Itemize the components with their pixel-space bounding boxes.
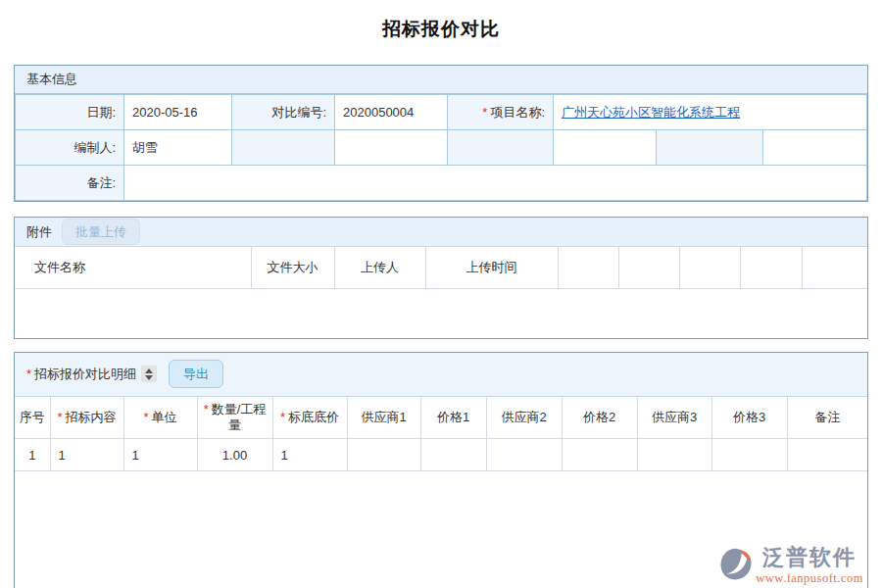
attachments-header-row: 文件名称 文件大小 上传人 上传时间 xyxy=(15,247,867,288)
page-title: 招标报价对比 xyxy=(0,0,882,42)
export-button[interactable]: 导出 xyxy=(169,360,223,388)
col-file-size: 文件大小 xyxy=(251,247,334,288)
empty-label-cell xyxy=(232,130,335,166)
attachments-empty-body xyxy=(15,289,867,338)
empty-value-cell xyxy=(335,130,448,166)
col-file-name: 文件名称 xyxy=(15,247,251,288)
cell-supplier2 xyxy=(486,439,562,471)
brand-name: 泛普软件 xyxy=(762,543,857,572)
attachments-section: 附件 批量上传 文件名称 文件大小 上传人 上传时间 xyxy=(14,217,868,339)
remark-value xyxy=(124,166,867,201)
col-empty xyxy=(740,247,802,288)
col-empty xyxy=(558,247,618,288)
basic-row-1: 日期: 2020-05-16 对比编号: 2020050004 *项目名称: 广… xyxy=(16,95,867,130)
cell-base-price: 1 xyxy=(272,439,347,471)
col-upload-time: 上传时间 xyxy=(425,247,558,288)
col-price1: 价格1 xyxy=(420,397,486,439)
empty-label-cell xyxy=(657,130,763,166)
col-supplier2: 供应商2 xyxy=(486,397,562,439)
sort-toggle-icon[interactable] xyxy=(141,366,157,382)
col-empty xyxy=(618,247,679,288)
col-price3: 价格3 xyxy=(711,397,787,439)
cell-supplier3 xyxy=(637,439,711,471)
col-supplier1: 供应商1 xyxy=(347,397,420,439)
basic-info-section: 基本信息 日期: 2020-05-16 对比编号: 2020050004 *项目… xyxy=(14,65,868,202)
cell-supplier1 xyxy=(347,439,420,471)
basic-info-table: 日期: 2020-05-16 对比编号: 2020050004 *项目名称: 广… xyxy=(15,94,867,201)
detail-section: * 招标报价对比明细 导出 序号 *招标内容 *单位 *数量/工程量 *标底底价… xyxy=(14,352,868,588)
col-base-price: *标底底价 xyxy=(272,397,347,439)
creator-label: 编制人: xyxy=(16,130,124,166)
detail-title: 招标报价对比明细 xyxy=(34,366,136,383)
detail-header: * 招标报价对比明细 导出 xyxy=(15,353,867,397)
creator-value: 胡雪 xyxy=(124,130,232,166)
sort-up-icon xyxy=(145,368,153,373)
col-empty xyxy=(802,247,867,288)
col-quantity: *数量/工程量 xyxy=(197,397,272,439)
empty-label-cell xyxy=(448,130,554,166)
col-uploader: 上传人 xyxy=(334,247,425,288)
compare-no-label: 对比编号: xyxy=(232,95,335,130)
cell-price1 xyxy=(420,439,486,471)
cell-quantity: 1.00 xyxy=(197,439,272,471)
empty-value-cell xyxy=(763,130,867,166)
batch-upload-button[interactable]: 批量上传 xyxy=(62,219,140,245)
date-label: 日期: xyxy=(16,95,124,130)
fanpu-logo-icon xyxy=(720,548,754,581)
cell-seq: 1 xyxy=(15,439,50,471)
attachments-header: 附件 批量上传 xyxy=(15,218,867,247)
date-value: 2020-05-16 xyxy=(124,95,232,130)
basic-info-header: 基本信息 xyxy=(15,66,867,94)
basic-row-3: 备注: xyxy=(16,166,867,201)
col-supplier3: 供应商3 xyxy=(637,397,711,439)
cell-remark xyxy=(787,439,867,471)
detail-table: 序号 *招标内容 *单位 *数量/工程量 *标底底价 供应商1 价格1 供应商2… xyxy=(15,397,867,472)
col-seq: 序号 xyxy=(15,397,50,439)
vendor-logo-text: 泛普软件 www.fanpusoft.com xyxy=(756,543,863,586)
basic-info-title: 基本信息 xyxy=(26,71,77,88)
basic-row-2: 编制人: 胡雪 xyxy=(16,130,867,166)
attachments-title: 附件 xyxy=(26,223,52,241)
brand-website: www.fanpusoft.com xyxy=(756,571,863,586)
project-name-link[interactable]: 广州天心苑小区智能化系统工程 xyxy=(562,105,740,120)
attachments-table: 文件名称 文件大小 上传人 上传时间 xyxy=(15,247,867,289)
cell-price3 xyxy=(711,439,787,471)
col-empty xyxy=(679,247,740,288)
col-price2: 价格2 xyxy=(562,397,637,439)
col-unit: *单位 xyxy=(123,397,197,439)
remark-label: 备注: xyxy=(16,166,124,201)
detail-data-row: 1 1 1 1.00 1 xyxy=(15,439,867,471)
required-asterisk: * xyxy=(26,367,31,381)
cell-bid-content: 1 xyxy=(50,439,123,471)
detail-header-row: 序号 *招标内容 *单位 *数量/工程量 *标底底价 供应商1 价格1 供应商2… xyxy=(15,397,867,439)
cell-unit: 1 xyxy=(123,439,197,471)
cell-price2 xyxy=(562,439,637,471)
col-remark: 备注 xyxy=(787,397,867,439)
required-asterisk: * xyxy=(482,105,487,120)
empty-value-cell xyxy=(554,130,657,166)
col-bid-content: *招标内容 xyxy=(50,397,123,439)
project-name-label: *项目名称: xyxy=(448,95,554,130)
sort-down-icon xyxy=(145,375,153,380)
compare-no-value: 2020050004 xyxy=(335,95,448,130)
project-name-cell: 广州天心苑小区智能化系统工程 xyxy=(554,95,867,130)
vendor-logo: 泛普软件 www.fanpusoft.com xyxy=(720,543,863,586)
